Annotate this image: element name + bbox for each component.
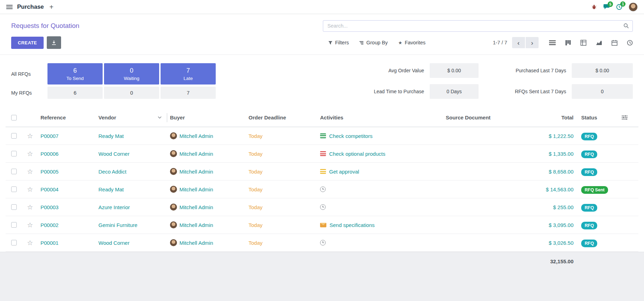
activity-type-icon[interactable] <box>320 133 326 138</box>
filters-button[interactable]: Filters <box>323 37 354 49</box>
tile-late[interactable]: 7 Late <box>161 63 216 85</box>
reference-link[interactable]: P00006 <box>40 151 59 157</box>
tile-to-send-label: To Send <box>66 76 84 81</box>
row-checkbox[interactable] <box>11 222 17 228</box>
buyer-link[interactable]: Mitchell Admin <box>179 240 213 246</box>
favorite-star-icon[interactable]: ☆ <box>27 222 33 228</box>
vendor-link[interactable]: Ready Mat <box>98 133 124 139</box>
table-row[interactable]: ☆ P00007 Ready Mat Mitchell Admin Today … <box>6 127 638 145</box>
favorite-star-icon[interactable]: ☆ <box>27 204 33 211</box>
column-header-total[interactable]: Total <box>530 115 576 120</box>
table-row[interactable]: ☆ P00005 Deco Addict Mitchell Admin Toda… <box>6 163 638 181</box>
favorites-star-icon: ★ <box>398 40 402 45</box>
my-to-send-count[interactable]: 6 <box>47 87 103 99</box>
reference-link[interactable]: P00003 <box>40 204 59 210</box>
tile-to-send[interactable]: 6 To Send <box>47 63 103 85</box>
activity-label[interactable]: Check optional products <box>329 151 385 157</box>
favorite-star-icon[interactable]: ☆ <box>27 240 33 246</box>
messages-icon[interactable]: 5 <box>603 4 610 10</box>
column-header-vendor[interactable]: Vendor <box>96 115 167 120</box>
pager-range: 1-7 / 7 <box>493 40 507 45</box>
activity-type-icon[interactable] <box>320 169 326 174</box>
create-button[interactable]: CREATE <box>11 37 44 49</box>
vendor-link[interactable]: Wood Corner <box>98 240 129 246</box>
activities-clock-icon[interactable]: 1 <box>616 4 622 10</box>
activity-type-icon[interactable] <box>320 223 326 227</box>
reference-link[interactable]: P00005 <box>40 169 59 175</box>
add-tab-icon[interactable]: + <box>50 3 54 10</box>
buyer-link[interactable]: Mitchell Admin <box>179 204 213 210</box>
row-checkbox[interactable] <box>11 169 17 174</box>
my-waiting-count[interactable]: 0 <box>104 87 159 99</box>
activity-label[interactable]: Get approval <box>329 169 359 175</box>
favorite-star-icon[interactable]: ☆ <box>27 150 33 157</box>
list-view-button[interactable] <box>549 40 556 46</box>
activity-label[interactable]: Send specifications <box>330 222 375 228</box>
kanban-view-button[interactable] <box>565 40 571 46</box>
pager-previous-button[interactable]: ‹ <box>512 37 525 48</box>
reference-link[interactable]: P00001 <box>40 240 59 246</box>
vendor-link[interactable]: Ready Mat <box>98 186 124 192</box>
reference-link[interactable]: P00004 <box>40 186 59 192</box>
activity-type-icon[interactable] <box>320 186 326 192</box>
column-header-buyer[interactable]: Buyer <box>167 115 246 120</box>
row-checkbox[interactable] <box>11 186 17 192</box>
my-rfqs-label: My RFQs <box>11 90 46 96</box>
activity-label[interactable]: Check competitors <box>329 133 372 139</box>
buyer-link[interactable]: Mitchell Admin <box>179 169 213 175</box>
row-checkbox[interactable] <box>11 204 17 210</box>
hamburger-menu-icon[interactable] <box>6 5 13 9</box>
select-all-checkbox[interactable] <box>11 115 17 120</box>
favorites-button[interactable]: ★ Favorites <box>393 37 431 49</box>
pivot-view-button[interactable] <box>580 40 586 46</box>
my-late-count[interactable]: 7 <box>161 87 216 99</box>
vendor-link[interactable]: Gemini Furniture <box>98 222 138 228</box>
pager-next-button[interactable]: › <box>526 37 539 48</box>
activity-view-button[interactable] <box>627 40 633 46</box>
calendar-view-button[interactable] <box>612 40 617 46</box>
search-icon[interactable] <box>623 23 629 29</box>
debug-bug-icon[interactable] <box>591 4 597 10</box>
column-header-reference[interactable]: Reference <box>38 115 96 120</box>
vendor-link[interactable]: Wood Corner <box>98 151 129 157</box>
column-header-source-document[interactable]: Source Document <box>443 115 530 120</box>
buyer-link[interactable]: Mitchell Admin <box>179 133 213 139</box>
app-name[interactable]: Purchase <box>17 3 44 10</box>
tile-late-count: 7 <box>186 67 190 74</box>
tile-waiting[interactable]: 0 Waiting <box>104 63 159 85</box>
column-header-order-deadline[interactable]: Order Deadline <box>246 115 317 120</box>
search-input[interactable] <box>327 23 623 29</box>
activity-type-icon[interactable] <box>320 204 326 210</box>
export-button[interactable] <box>47 36 61 49</box>
favorite-star-icon[interactable]: ☆ <box>27 186 33 193</box>
vendor-link[interactable]: Azure Interior <box>98 204 130 210</box>
column-header-status[interactable]: Status <box>576 115 617 120</box>
reference-link[interactable]: P00002 <box>40 222 59 228</box>
graph-view-button[interactable] <box>596 40 602 45</box>
table-row[interactable]: ☆ P00004 Ready Mat Mitchell Admin Today … <box>6 181 638 198</box>
vendor-link[interactable]: Deco Addict <box>98 169 126 175</box>
adjust-columns-icon[interactable] <box>617 115 632 120</box>
activity-type-icon[interactable] <box>320 151 326 156</box>
group-by-button[interactable]: Group By <box>354 37 393 49</box>
user-avatar[interactable] <box>629 2 638 12</box>
table-row[interactable]: ☆ P00001 Wood Corner Mitchell Admin Toda… <box>6 234 638 252</box>
favorite-star-icon[interactable]: ☆ <box>27 133 33 139</box>
row-checkbox[interactable] <box>11 133 17 139</box>
column-header-activities[interactable]: Activities <box>317 115 443 120</box>
favorite-star-icon[interactable]: ☆ <box>27 168 33 175</box>
buyer-avatar <box>170 150 177 157</box>
tile-waiting-label: Waiting <box>124 76 140 81</box>
table-row[interactable]: ☆ P00002 Gemini Furniture Mitchell Admin… <box>6 216 638 234</box>
activity-type-icon[interactable] <box>320 240 326 245</box>
buyer-link[interactable]: Mitchell Admin <box>179 186 213 192</box>
buyer-link[interactable]: Mitchell Admin <box>179 222 213 228</box>
buyer-link[interactable]: Mitchell Admin <box>179 151 213 157</box>
table-row[interactable]: ☆ P00006 Wood Corner Mitchell Admin Toda… <box>6 145 638 163</box>
control-panel: Requests for Quotation CREATE <box>0 14 644 55</box>
row-checkbox[interactable] <box>11 240 17 245</box>
all-rfqs-label: All RFQs <box>11 71 46 77</box>
row-checkbox[interactable] <box>11 151 17 156</box>
reference-link[interactable]: P00007 <box>40 133 59 139</box>
table-row[interactable]: ☆ P00003 Azure Interior Mitchell Admin T… <box>6 198 638 216</box>
